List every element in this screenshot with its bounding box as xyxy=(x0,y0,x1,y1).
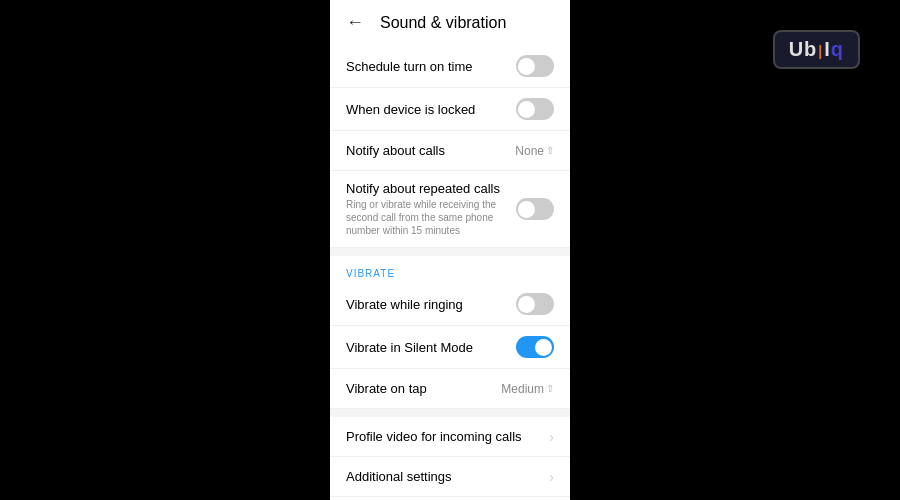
notify-calls-chevron: ⇧ xyxy=(546,146,554,156)
vibrate-ringing-slider xyxy=(516,293,554,315)
vibrate-ringing-label: Vibrate while ringing xyxy=(346,297,516,312)
vibrate-tap-label: Vibrate on tap xyxy=(346,381,501,396)
logo-u: U xyxy=(789,38,804,60)
vibrate-silent-label: Vibrate in Silent Mode xyxy=(346,340,516,355)
vibrate-tap-value: Medium ⇧ xyxy=(501,382,554,396)
back-button[interactable]: ← xyxy=(346,12,364,33)
device-locked-row[interactable]: When device is locked xyxy=(330,88,570,131)
vibrate-ringing-toggle[interactable] xyxy=(516,293,554,315)
additional-settings-row[interactable]: Additional settings › xyxy=(330,457,570,497)
vibrate-tap-value-text: Medium xyxy=(501,382,544,396)
header: ← Sound & vibration xyxy=(330,0,570,45)
divider-vibrate xyxy=(330,248,570,256)
logo-badge: Ub|Iq xyxy=(773,30,860,69)
vibrate-silent-toggle[interactable] xyxy=(516,336,554,358)
notify-calls-label: Notify about calls xyxy=(346,143,515,158)
logo-q: q xyxy=(831,38,844,60)
schedule-turn-on-toggle[interactable] xyxy=(516,55,554,77)
schedule-turn-on-row[interactable]: Schedule turn on time xyxy=(330,45,570,88)
profile-video-label: Profile video for incoming calls xyxy=(346,429,549,444)
page-title: Sound & vibration xyxy=(380,14,506,32)
logo-b: b xyxy=(804,38,817,60)
device-locked-label: When device is locked xyxy=(346,102,516,117)
device-locked-toggle[interactable] xyxy=(516,98,554,120)
profile-video-chevron: › xyxy=(549,429,554,445)
settings-content: Schedule turn on time When device is loc… xyxy=(330,45,570,500)
schedule-turn-on-label: Schedule turn on time xyxy=(346,59,516,74)
vibrate-ringing-row[interactable]: Vibrate while ringing xyxy=(330,283,570,326)
vibrate-silent-row[interactable]: Vibrate in Silent Mode xyxy=(330,326,570,369)
additional-settings-label: Additional settings xyxy=(346,469,549,484)
notify-calls-value-text: None xyxy=(515,144,544,158)
vibrate-silent-slider xyxy=(516,336,554,358)
logo-line: | xyxy=(818,43,823,59)
notify-repeated-sublabel: Ring or vibrate while receiving the seco… xyxy=(346,198,506,237)
phone-panel: ← Sound & vibration Schedule turn on tim… xyxy=(330,0,570,500)
divider-profile xyxy=(330,409,570,417)
vibrate-tap-row[interactable]: Vibrate on tap Medium ⇧ xyxy=(330,369,570,409)
schedule-turn-on-slider xyxy=(516,55,554,77)
notify-calls-row[interactable]: Notify about calls None ⇧ xyxy=(330,131,570,171)
vibrate-tap-chevron: ⇧ xyxy=(546,384,554,394)
notify-repeated-toggle[interactable] xyxy=(516,198,554,220)
notify-calls-value: None ⇧ xyxy=(515,144,554,158)
vibrate-section-label: VIBRATE xyxy=(330,256,570,283)
profile-video-row[interactable]: Profile video for incoming calls › xyxy=(330,417,570,457)
notify-repeated-slider xyxy=(516,198,554,220)
notify-repeated-label: Notify about repeated calls xyxy=(346,181,516,196)
notify-repeated-row[interactable]: Notify about repeated calls Ring or vibr… xyxy=(330,171,570,248)
notify-repeated-group: Notify about repeated calls Ring or vibr… xyxy=(346,181,516,237)
device-locked-slider xyxy=(516,98,554,120)
additional-settings-chevron: › xyxy=(549,469,554,485)
